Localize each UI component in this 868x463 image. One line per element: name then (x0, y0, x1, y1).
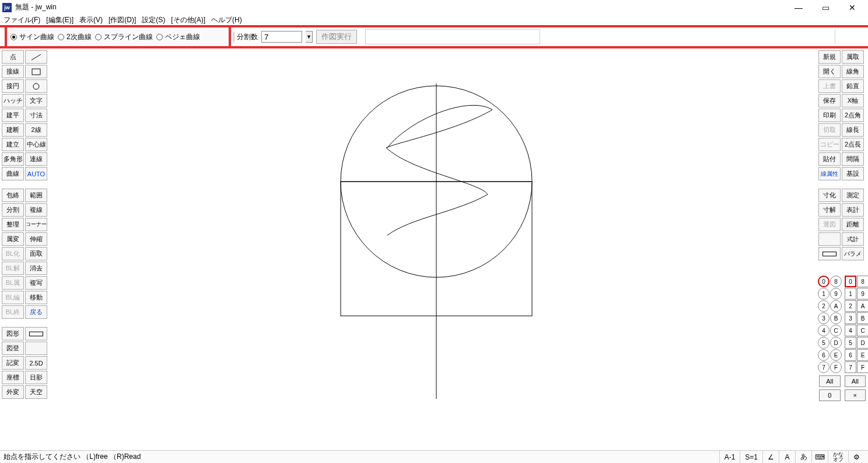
rtool-swatch[interactable] (818, 247, 841, 260)
layer-circ-A[interactable]: A (830, 300, 842, 312)
rtool-2点長[interactable]: 2点長 (842, 138, 864, 151)
tool-図形[interactable]: 図形 (2, 327, 24, 340)
layer-circ-5[interactable]: 5 (818, 337, 830, 349)
layer-circ-D[interactable]: D (830, 337, 842, 349)
tool-circle-icon[interactable] (25, 79, 47, 93)
menu-other[interactable]: [その他(A)] (171, 15, 205, 25)
tool-複写[interactable]: 複写 (25, 276, 47, 290)
tool-BL終[interactable]: BL終 (2, 305, 24, 319)
tool-ハッチ[interactable]: ハッチ (2, 94, 24, 107)
tool-点[interactable]: 点 (2, 50, 24, 64)
tool-天空[interactable]: 天空 (25, 385, 47, 399)
layer-sq-5[interactable]: 5 (845, 337, 856, 349)
tool-伸縮[interactable]: 伸縮 (25, 232, 47, 246)
layer-sq-8[interactable]: 8 (857, 276, 868, 287)
radio-sine[interactable]: サイン曲線 (10, 32, 54, 42)
division-dropdown[interactable]: ▼ (306, 31, 313, 43)
layer-sq-3[interactable]: 3 (845, 312, 856, 324)
layer-circ-4[interactable]: 4 (818, 325, 830, 336)
status-scale-s[interactable]: S=1 (740, 451, 762, 463)
layer-circ-2[interactable]: 2 (818, 300, 830, 312)
layer-sq-F[interactable]: F (857, 361, 868, 373)
tool-戻る[interactable]: 戻る (25, 305, 47, 319)
tool-外変[interactable]: 外変 (2, 385, 24, 399)
tool-日影[interactable]: 日影 (25, 371, 47, 384)
layer-sq-0[interactable]: 0 (845, 276, 856, 287)
layer-circ-7[interactable]: 7 (818, 361, 830, 373)
division-input[interactable] (261, 31, 302, 43)
layer-zero-left[interactable]: 0 (819, 389, 841, 401)
rtool-寸化[interactable]: 寸化 (818, 189, 841, 202)
rtool-開く[interactable]: 開く (818, 65, 841, 78)
layer-sq-C[interactable]: C (857, 325, 868, 336)
layer-sq-6[interactable]: 6 (845, 349, 856, 361)
rtool-間隔[interactable]: 間隔 (842, 152, 864, 166)
tool-2線[interactable]: 2線 (25, 123, 47, 137)
tool-面取[interactable]: 面取 (25, 247, 47, 260)
menu-edit[interactable]: [編集(E)] (46, 15, 74, 25)
rtool-式計[interactable]: 式計 (842, 232, 864, 246)
maximize-button[interactable]: ▭ (812, 0, 839, 15)
menu-settings[interactable]: 設定(S) (142, 15, 165, 25)
menu-help[interactable]: ヘルプ(H) (211, 15, 242, 25)
tool-連線[interactable]: 連線 (25, 152, 47, 166)
rtool-線長[interactable]: 線長 (842, 123, 864, 137)
angle-icon[interactable]: ∠ (762, 451, 779, 463)
font-icon[interactable]: A (779, 451, 795, 463)
tool-BL解[interactable]: BL解 (2, 262, 24, 275)
tool-文字[interactable]: 文字 (25, 94, 47, 107)
radio-spline[interactable]: スプライン曲線 (95, 32, 153, 42)
tool-消去[interactable]: 消去 (25, 262, 47, 275)
layer-sq-1[interactable]: 1 (845, 288, 856, 300)
tool-建立[interactable]: 建立 (2, 138, 24, 151)
rtool-距離[interactable]: 距離 (842, 218, 864, 231)
tool-中心線[interactable]: 中心線 (25, 138, 47, 151)
keyboard-icon[interactable]: ⌨ (811, 451, 828, 463)
execute-button[interactable]: 作図実行 (316, 30, 357, 44)
tool-コーナー[interactable]: コーナー (25, 218, 47, 231)
tool-寸法[interactable]: 寸法 (25, 109, 47, 122)
tool-[interactable] (25, 342, 47, 355)
menu-file[interactable]: ファイル(F) (4, 15, 40, 25)
layer-sq-7[interactable]: 7 (845, 361, 856, 373)
layer-circ-F[interactable]: F (830, 361, 842, 373)
rtool-X軸[interactable]: X軸 (842, 94, 864, 107)
rtool-測定[interactable]: 測定 (842, 189, 864, 202)
tool-接円[interactable]: 接円 (2, 79, 24, 93)
menu-draw[interactable]: [作図(D)] (108, 15, 136, 25)
tool-属変[interactable]: 属変 (2, 232, 24, 246)
layer-circ-8[interactable]: 8 (830, 276, 842, 287)
tool-建平[interactable]: 建平 (2, 109, 24, 122)
rtool-保存[interactable]: 保存 (818, 94, 841, 107)
tool-移動[interactable]: 移動 (25, 291, 47, 304)
layer-sq-4[interactable]: 4 (845, 325, 856, 336)
layer-circ-1[interactable]: 1 (818, 288, 830, 300)
tool-AUTO[interactable]: AUTO (25, 167, 47, 180)
tool-複線[interactable]: 複線 (25, 203, 47, 217)
layer-sq-A[interactable]: A (857, 300, 868, 312)
tool-rect-icon[interactable] (25, 65, 47, 78)
rtool-パラメ[interactable]: パラメ (842, 247, 864, 260)
tool-座標[interactable]: 座標 (2, 371, 24, 384)
tool-多角形[interactable]: 多角形 (2, 152, 24, 166)
tool-swatch[interactable] (25, 327, 47, 340)
layer-sq-E[interactable]: E (857, 349, 868, 361)
rtool-コピー[interactable]: コピー (818, 138, 841, 151)
layer-x-right[interactable]: × (845, 389, 866, 401)
kana-status[interactable]: かな オフ (828, 451, 848, 463)
rtool-鉛直[interactable]: 鉛直 (842, 79, 864, 93)
rtool-属取[interactable]: 属取 (842, 50, 864, 64)
layer-circ-C[interactable]: C (830, 325, 842, 336)
rtool-選図[interactable]: 選図 (818, 218, 841, 231)
close-button[interactable]: ✕ (839, 0, 866, 15)
rtool-切取[interactable]: 切取 (818, 123, 841, 137)
tool-分割[interactable]: 分割 (2, 203, 24, 217)
radio-quadratic[interactable]: 2次曲線 (58, 32, 92, 42)
layer-circ-6[interactable]: 6 (818, 349, 830, 361)
tool-記変[interactable]: 記変 (2, 356, 24, 370)
rtool-新規[interactable]: 新規 (818, 50, 841, 64)
rtool-線角[interactable]: 線角 (842, 65, 864, 78)
rtool-寸解[interactable]: 寸解 (818, 203, 841, 217)
layer-circ-3[interactable]: 3 (818, 312, 830, 324)
layer-sq-2[interactable]: 2 (845, 300, 856, 312)
